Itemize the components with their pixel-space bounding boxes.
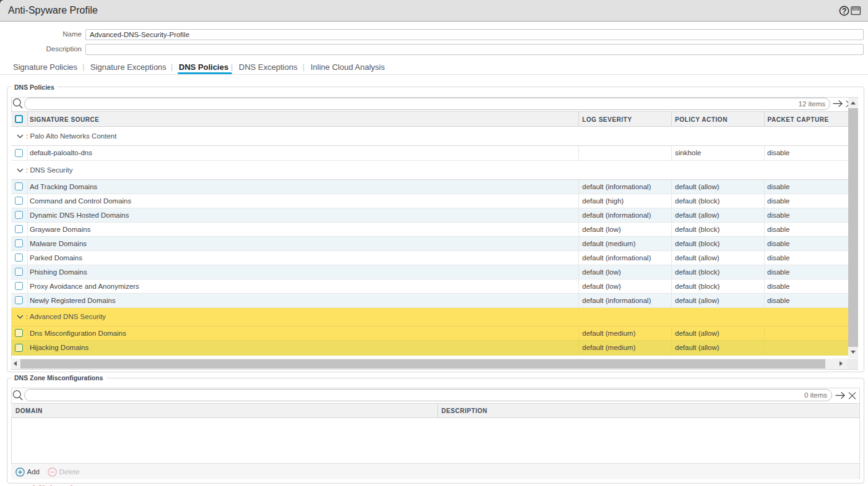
svg-text:?: ? — [842, 7, 847, 15]
